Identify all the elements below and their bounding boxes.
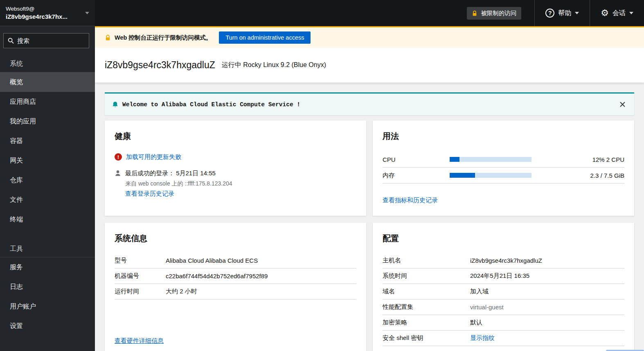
metrics-history-link[interactable]: 查看指标和历史记录 (383, 197, 438, 204)
sidebar-item-containers[interactable]: 容器 (0, 131, 95, 151)
usage-card-title: 用法 (383, 130, 624, 142)
hardware-details-link[interactable]: 查看硬件详细信息 (115, 337, 164, 345)
system-info-card-title: 系统信息 (115, 233, 356, 244)
login-history-link[interactable]: 查看登录历史记录 (125, 190, 174, 198)
main-area: 被限制的访问 ? 帮助 ⚙ 会话 Web 控制台正运行于限制访问模式。 (95, 0, 644, 351)
motd-message: Welcome to Alibaba Cloud Elastic Compute… (122, 101, 618, 108)
ssh-keys-row: 安全 shell 密钥 显示指纹 (383, 331, 624, 346)
sidebar-item-services[interactable]: 服务 (0, 257, 95, 277)
memory-value: 2.3 / 7.5 GiB (531, 172, 624, 179)
chevron-down-icon (575, 12, 579, 14)
page-title: iZ8vb9gse4rc3k7hxgadluZ (105, 60, 215, 71)
host-switcher[interactable]: Websoft9@ iZ8vb9gse4rc3k7hx... (0, 0, 95, 26)
restricted-access-button[interactable]: 被限制的访问 (467, 7, 521, 20)
cpu-progress-bar (450, 157, 531, 162)
sidebar-item-terminal[interactable]: 终端 (0, 210, 95, 229)
chevron-down-icon (629, 12, 633, 14)
turn-on-admin-access-button[interactable]: Turn on administrative access (219, 31, 311, 44)
sidebar-item-app-store[interactable]: 应用商店 (0, 92, 95, 112)
sidebar-item-overview[interactable]: 概览 (0, 72, 95, 92)
cpu-value: 12% 2 CPU (531, 156, 624, 163)
system-time-row: 系统时间 2024年5月21日 16:35 (383, 268, 624, 284)
close-icon (620, 102, 625, 107)
page-subtitle: 运行中 Rocky Linux 9.2 (Blue Onyx) (222, 61, 326, 69)
cpu-usage-row: CPU 12% 2 CPU (383, 152, 624, 168)
sidebar-item-repository[interactable]: 仓库 (0, 170, 95, 190)
sidebar: Websoft9@ iZ8vb9gse4rc3k7hx... 系统 概览 应用商… (0, 0, 95, 351)
host-name: iZ8vb9gse4rc3k7hx... (6, 13, 85, 21)
error-icon: ! (115, 153, 122, 161)
uptime-row: 运行时间 大约 2 小时 (115, 284, 356, 300)
model-row: 型号 Alibaba Cloud Alibaba Cloud ECS (115, 253, 356, 268)
memory-usage-row: 内存 2.3 / 7.5 GiB (383, 168, 624, 183)
nav-section-system: 系统 (0, 56, 95, 72)
performance-profile-value: virtual-guest (470, 304, 504, 311)
crypto-policy-row: 加密策略 默认 (383, 315, 624, 331)
alert-close-button[interactable] (618, 100, 627, 109)
health-card-title: 健康 (115, 130, 356, 142)
chevron-down-icon (85, 12, 89, 14)
show-fingerprints-link[interactable]: 显示指纹 (470, 334, 495, 342)
bell-icon (112, 101, 118, 108)
search-input[interactable] (17, 37, 79, 44)
help-menu[interactable]: ? 帮助 (535, 0, 590, 26)
sidebar-item-accounts[interactable]: 用户账户 (0, 297, 95, 316)
domain-row: 域名 加入域 (383, 284, 624, 300)
cpu-label: CPU (383, 156, 450, 163)
restricted-access-label: 被限制的访问 (481, 9, 516, 17)
lock-icon (105, 34, 111, 41)
last-login-origin: 来自 web console 上的 ::ffff:175.8.123.204 (125, 180, 232, 187)
session-menu[interactable]: ⚙ 会话 (590, 0, 644, 26)
last-login-text: 最后成功的登录： 5月21日 14:55 (125, 169, 232, 178)
usage-card: 用法 CPU 12% 2 CPU 内存 (373, 121, 634, 216)
banner-message: Web 控制台正运行于限制访问模式。 (115, 34, 212, 42)
sidebar-item-files[interactable]: 文件 (0, 190, 95, 210)
configuration-card-title: 配置 (383, 233, 624, 244)
host-user: Websoft9@ (6, 5, 85, 13)
cockpit-app: Websoft9@ iZ8vb9gse4rc3k7hx... 系统 概览 应用商… (0, 0, 644, 351)
search-icon (8, 38, 14, 44)
help-icon: ? (545, 9, 554, 18)
motd-alert: Welcome to Alibaba Cloud Elastic Compute… (105, 92, 634, 115)
gear-icon: ⚙ (601, 9, 609, 18)
updates-error-link[interactable]: 加载可用的更新失败 (126, 153, 181, 161)
help-label: 帮助 (558, 9, 571, 18)
sidebar-item-logs[interactable]: 日志 (0, 277, 95, 297)
restricted-mode-banner: Web 控制台正运行于限制访问模式。 Turn on administrativ… (95, 26, 644, 48)
session-label: 会话 (612, 9, 626, 18)
configuration-card: 配置 主机名 iZ8vb9gse4rc3k7hxgadluZ 系统时间 2024… (373, 223, 634, 351)
masthead: 被限制的访问 ? 帮助 ⚙ 会话 (95, 0, 644, 26)
user-icon (115, 170, 121, 177)
lock-icon (472, 10, 477, 16)
machine-id-row: 机器编号 c22ba6f744f54d42b752ed6af7952f89 (115, 268, 356, 284)
system-info-card: 系统信息 型号 Alibaba Cloud Alibaba Cloud ECS … (105, 223, 366, 351)
memory-progress-bar (450, 173, 531, 178)
hostname-row: 主机名 iZ8vb9gse4rc3k7hxgadluZ (383, 253, 624, 268)
nav-section-tools: 工具 (0, 241, 95, 257)
performance-profile-row: 性能配置集 virtual-guest (383, 300, 624, 315)
overview-content: Welcome to Alibaba Cloud Elastic Compute… (95, 83, 644, 351)
sidebar-item-gateway[interactable]: 网关 (0, 151, 95, 170)
sidebar-item-my-apps[interactable]: 我的应用 (0, 112, 95, 131)
join-domain-action: 加入域 (470, 288, 489, 295)
page-header: iZ8vb9gse4rc3k7hxgadluZ 运行中 Rocky Linux … (95, 48, 644, 83)
memory-label: 内存 (383, 172, 450, 179)
health-card: 健康 ! 加载可用的更新失败 最后成功的登录： 5月2 (105, 121, 366, 216)
sidebar-item-settings[interactable]: 设置 (0, 316, 95, 336)
sidebar-search[interactable] (3, 33, 89, 48)
sidebar-nav: 系统 概览 应用商店 我的应用 容器 网关 仓库 文件 终端 工具 服务 日志 … (0, 56, 95, 336)
